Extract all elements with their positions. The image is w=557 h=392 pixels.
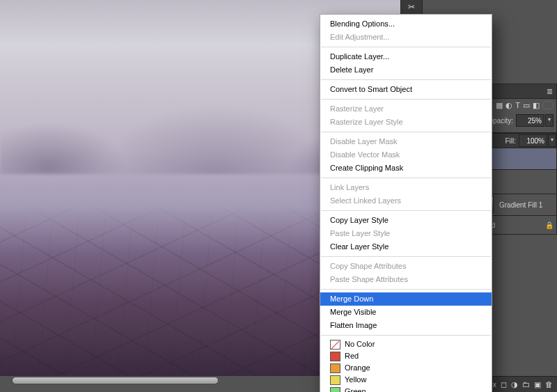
menu-color-red[interactable]: Red [320, 350, 492, 362]
swatch-none [330, 340, 340, 350]
menu-paste-layer-style: Paste Layer Style [320, 227, 492, 240]
menu-select-linked-layers: Select Linked Layers [320, 194, 492, 207]
menu-edit-adjustment: Edit Adjustment... [320, 31, 492, 44]
swatch-green [330, 387, 340, 393]
menu-create-clipping-mask[interactable]: Create Clipping Mask [320, 162, 492, 175]
options-bar-fragment: ✂ [400, 0, 423, 15]
menu-separator [321, 210, 491, 211]
menu-separator [321, 47, 491, 47]
menu-separator [321, 256, 491, 257]
menu-link-layers: Link Layers [320, 181, 492, 194]
menu-disable-layer-mask: Disable Layer Mask [320, 135, 492, 148]
menu-separator [321, 132, 491, 132]
opacity-dropdown-icon[interactable]: ▾ [545, 114, 554, 127]
menu-rasterize-layer-style: Rasterize Layer Style [320, 116, 492, 129]
menu-separator [321, 289, 491, 290]
swatch-yellow [330, 375, 340, 385]
filter-adjust-icon[interactable]: ◐ [505, 101, 512, 110]
menu-color-yellow[interactable]: Yellow [320, 374, 492, 386]
fill-label: Fill: [505, 137, 516, 145]
group-icon[interactable]: 🗀 [522, 380, 530, 389]
swatch-orange [330, 363, 340, 373]
menu-copy-shape-attr: Copy Shape Attributes [320, 260, 492, 273]
filter-smart-icon[interactable]: ◧ [533, 101, 540, 110]
menu-disable-vector-mask: Disable Vector Mask [320, 148, 492, 162]
scissors-icon[interactable]: ✂ [408, 2, 415, 12]
fill-input[interactable] [519, 134, 547, 147]
menu-rasterize-layer: Rasterize Layer [320, 102, 492, 116]
menu-separator [321, 178, 491, 178]
label-no-color: No Color [345, 339, 375, 350]
opacity-input[interactable] [516, 114, 544, 127]
menu-separator [321, 79, 491, 80]
panel-menu-icon[interactable]: ≣ [547, 87, 555, 95]
adjustment-icon[interactable]: ◑ [511, 380, 518, 389]
menu-color-green[interactable]: Green [320, 386, 492, 392]
menu-color-orange[interactable]: Orange [320, 362, 492, 374]
mask-icon[interactable]: ◻ [501, 380, 507, 389]
layer-name: Gradient Fill 1 [499, 201, 542, 209]
label-red: Red [345, 351, 359, 361]
menu-convert-smart-object[interactable]: Convert to Smart Object [320, 83, 492, 96]
new-layer-icon[interactable]: ▣ [534, 380, 541, 389]
layer-context-menu: Blending Options... Edit Adjustment... D… [320, 14, 492, 392]
menu-clear-layer-style[interactable]: Clear Layer Style [320, 240, 492, 253]
fill-dropdown-icon[interactable]: ▾ [548, 134, 556, 147]
filter-pixel-icon[interactable]: ▩ [496, 101, 503, 110]
swatch-red [330, 352, 340, 361]
filter-shape-icon[interactable]: ▭ [523, 101, 530, 110]
label-green: Green [345, 386, 366, 392]
menu-merge-down[interactable]: Merge Down [320, 292, 492, 306]
horizontal-scrollbar[interactable] [13, 377, 218, 384]
filter-type-icon[interactable]: T [515, 101, 520, 110]
trash-icon[interactable]: 🗑 [545, 380, 553, 389]
label-orange: Orange [345, 363, 370, 373]
label-yellow: Yellow [345, 375, 366, 385]
menu-delete-layer[interactable]: Delete Layer [320, 63, 492, 77]
menu-merge-visible[interactable]: Merge Visible [320, 306, 492, 319]
filter-toggle[interactable] [542, 101, 554, 109]
lock-icon: 🔒 [545, 221, 554, 229]
menu-separator [321, 99, 491, 100]
menu-duplicate-layer[interactable]: Duplicate Layer... [320, 50, 492, 63]
menu-copy-layer-style[interactable]: Copy Layer Style [320, 214, 492, 227]
menu-paste-shape-attr: Paste Shape Attributes [320, 273, 492, 286]
menu-color-none[interactable]: No Color [320, 338, 492, 350]
menu-blending-options[interactable]: Blending Options... [320, 17, 492, 31]
menu-flatten-image[interactable]: Flatten Image [320, 319, 492, 332]
menu-separator [321, 335, 491, 336]
